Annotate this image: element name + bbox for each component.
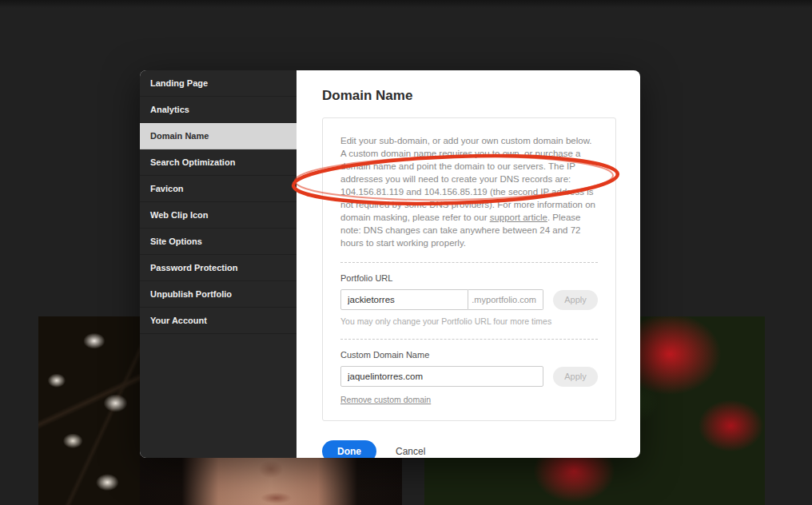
sidebar-item-analytics[interactable]: Analytics <box>140 97 297 123</box>
sidebar-item-web-clip-icon[interactable]: Web Clip Icon <box>140 202 297 229</box>
modal-footer: Done Cancel <box>322 440 616 458</box>
sidebar-item-favicon[interactable]: Favicon <box>140 176 297 202</box>
sidebar-item-search-optimization[interactable]: Search Optimization <box>140 149 297 176</box>
sidebar-item-site-options[interactable]: Site Options <box>140 229 297 255</box>
domain-name-panel: Domain Name Edit your sub-domain, or add… <box>297 70 640 458</box>
portfolio-url-suffix: .myportfolio.com <box>468 289 543 310</box>
portfolio-url-helper-text: You may only change your Portfolio URL f… <box>340 316 598 326</box>
domain-description: Edit your sub-domain, or add your own cu… <box>340 134 598 249</box>
dashed-divider <box>340 339 598 340</box>
settings-modal: Landing Page Analytics Domain Name Searc… <box>140 70 640 458</box>
done-button[interactable]: Done <box>322 440 376 458</box>
dashed-divider <box>340 262 598 263</box>
page-title: Domain Name <box>322 88 616 104</box>
portfolio-url-apply-button[interactable]: Apply <box>553 290 598 310</box>
sidebar-item-landing-page[interactable]: Landing Page <box>140 70 297 97</box>
background-photo-magnolia <box>38 316 140 505</box>
description-text-before: Edit your sub-domain, or add your own cu… <box>340 136 595 222</box>
cancel-button[interactable]: Cancel <box>396 446 425 457</box>
page-top-shade <box>0 0 812 8</box>
custom-domain-input[interactable] <box>340 366 543 387</box>
domain-settings-box: Edit your sub-domain, or add your own cu… <box>322 117 616 421</box>
support-article-link[interactable]: support article <box>490 213 547 222</box>
custom-domain-label: Custom Domain Name <box>340 350 598 360</box>
sidebar-item-domain-name[interactable]: Domain Name <box>140 123 297 149</box>
remove-custom-domain-link[interactable]: Remove custom domain <box>340 395 431 404</box>
settings-sidebar: Landing Page Analytics Domain Name Searc… <box>140 70 297 458</box>
sidebar-item-unpublish-portfolio[interactable]: Unpublish Portfolio <box>140 281 297 308</box>
portfolio-url-input[interactable] <box>340 289 468 310</box>
sidebar-item-your-account[interactable]: Your Account <box>140 308 297 334</box>
sidebar-item-password-protection[interactable]: Password Protection <box>140 255 297 281</box>
portfolio-url-label: Portfolio URL <box>340 273 598 283</box>
custom-domain-apply-button[interactable]: Apply <box>553 367 598 387</box>
background-photo-portrait <box>140 455 402 505</box>
